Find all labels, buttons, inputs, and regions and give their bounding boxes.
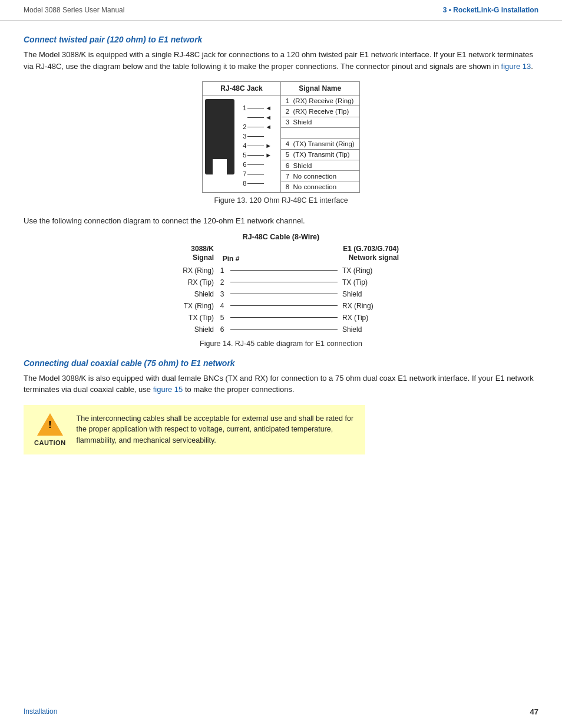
pin-row: 3 bbox=[239, 132, 272, 140]
pin-label: 3 bbox=[239, 133, 246, 140]
pin-row: 5 ► bbox=[239, 151, 272, 159]
pin-line bbox=[247, 136, 264, 137]
cable-pin-num: 5 bbox=[216, 314, 228, 322]
figure15-link[interactable]: figure 15 bbox=[153, 385, 183, 394]
pin-arrow: ◄ bbox=[265, 114, 272, 121]
pin-arrow: ► bbox=[265, 142, 272, 149]
pin-line bbox=[247, 164, 264, 165]
pin-row: 1 ◄ bbox=[239, 104, 272, 112]
cable-rows: RX (Ring) 1 TX (Ring) RX (Tip) 2 TX (Tip… bbox=[163, 265, 399, 335]
header: Model 3088 Series User Manual 3 • Rocket… bbox=[0, 0, 562, 21]
cable-pin-num: 1 bbox=[216, 266, 228, 275]
signal-cell: 4 (TX) Transmit (Ring) bbox=[280, 139, 359, 149]
pin-line bbox=[247, 174, 264, 174]
signal-cell: 6 Shield bbox=[280, 160, 359, 170]
cable-pin-num: 6 bbox=[216, 325, 228, 334]
pin-row: 8 bbox=[239, 179, 272, 187]
pin-row: 6 bbox=[239, 160, 272, 169]
cable-left-signal: RX (Ring) bbox=[163, 266, 216, 275]
cable-diagram-title: RJ-48C Cable (8-Wire) bbox=[163, 233, 399, 241]
pins-area: 1 ◄ ◄ bbox=[239, 99, 272, 189]
header-left: Model 3088 Series User Manual bbox=[24, 6, 124, 14]
section2-body-end: to make the proper connections. bbox=[185, 385, 295, 394]
table-row: 1 ◄ ◄ bbox=[203, 95, 359, 106]
pin-label: 6 bbox=[239, 161, 246, 168]
cable-left-signal: TX (Ring) bbox=[163, 302, 216, 310]
cable-right-signal: TX (Tip) bbox=[340, 278, 399, 286]
cable-line bbox=[230, 294, 338, 294]
section2-title: Connecting dual coaxial cable (75 ohm) t… bbox=[24, 358, 538, 368]
caution-triangle-wrap: ! bbox=[37, 413, 63, 438]
pin-row: 7 bbox=[239, 170, 272, 178]
pin-arrow: ◄ bbox=[265, 123, 272, 130]
section1-body-text: The Model 3088/K is equipped with a sing… bbox=[24, 50, 533, 71]
pinout-table: RJ-48C Jack Signal Name bbox=[202, 81, 359, 193]
pin-line bbox=[247, 183, 264, 184]
pin-row: 2 ◄ bbox=[239, 123, 272, 131]
cable-pin-num: 4 bbox=[216, 302, 228, 310]
pin-label: 8 bbox=[239, 180, 246, 187]
cable-row: Shield 3 Shield bbox=[163, 289, 399, 299]
pin-line bbox=[247, 146, 264, 146]
cable-pin-num: 2 bbox=[216, 278, 228, 286]
footer-right: 47 bbox=[530, 707, 538, 716]
signal-cell: 3 Shield bbox=[280, 117, 359, 127]
cable-line bbox=[230, 329, 338, 330]
cable-right-signal: Shield bbox=[340, 290, 399, 298]
cable-row: RX (Tip) 2 TX (Tip) bbox=[163, 277, 399, 288]
pin-label: 1 bbox=[239, 104, 246, 111]
signal-cell bbox=[280, 127, 359, 138]
cable-header-pin: Pin # bbox=[216, 255, 246, 263]
figure13-link[interactable]: figure 13 bbox=[501, 62, 531, 71]
cable-right-signal: TX (Ring) bbox=[340, 266, 399, 275]
signal-cell: 2 (RX) Receive (Tip) bbox=[280, 106, 359, 117]
cable-line bbox=[230, 270, 338, 271]
cable-pin-num: 3 bbox=[216, 290, 228, 298]
cable-row: TX (Ring) 4 RX (Ring) bbox=[163, 301, 399, 311]
pin-label: 4 bbox=[239, 142, 246, 149]
table-header-signal: Signal Name bbox=[280, 82, 359, 95]
caution-box: ! CAUTION The interconnecting cables sha… bbox=[24, 405, 365, 454]
signal-cell: 5 (TX) Transmit (Tip) bbox=[280, 149, 359, 160]
signal-cell: 8 No connection bbox=[280, 182, 359, 192]
cable-right-signal: RX (Tip) bbox=[340, 314, 399, 322]
cable-right-signal: Shield bbox=[340, 325, 399, 334]
pin-row: ◄ bbox=[239, 113, 272, 121]
figure13-diagram: RJ-48C Jack Signal Name bbox=[24, 81, 538, 193]
signal-cell: 1 (RX) Receive (Ring) bbox=[280, 95, 359, 106]
pin-line bbox=[247, 127, 264, 127]
pin-line bbox=[247, 117, 264, 118]
footer-left: Installation bbox=[24, 707, 57, 716]
table-header-jack: RJ-48C Jack bbox=[203, 82, 280, 95]
cable-left-signal: TX (Tip) bbox=[163, 314, 216, 322]
pin-line bbox=[247, 108, 264, 108]
cable-left-signal: RX (Tip) bbox=[163, 278, 216, 286]
cable-line bbox=[230, 305, 338, 306]
pin-label: 7 bbox=[239, 170, 246, 177]
between-text: Use the following connection diagram to … bbox=[24, 215, 538, 227]
signal-cell: 7 No connection bbox=[280, 171, 359, 182]
page: Model 3088 Series User Manual 3 • Rocket… bbox=[0, 0, 562, 728]
cable-diagram-inner: RJ-48C Cable (8-Wire) 3088/K Signal Pin … bbox=[163, 233, 399, 336]
exclamation-icon: ! bbox=[48, 419, 52, 431]
pin-label: 2 bbox=[239, 123, 246, 130]
cable-header-e1: E1 (G.703/G.704) Network signal bbox=[246, 245, 399, 263]
pin-num-signal: 1 (RX) Receive (Ring) bbox=[286, 97, 354, 104]
cable-headers: 3088/K Signal Pin # E1 (G.703/G.704) Net… bbox=[163, 245, 399, 263]
caution-label: CAUTION bbox=[34, 439, 66, 446]
cable-left-signal: Shield bbox=[163, 290, 216, 298]
pin-arrow: ► bbox=[265, 151, 272, 159]
section1-body-end: . bbox=[531, 62, 533, 71]
pin-label: 5 bbox=[239, 151, 246, 159]
caution-icon-area: ! CAUTION bbox=[34, 413, 66, 446]
section1-title: Connect twisted pair (120 ohm) to E1 net… bbox=[24, 35, 538, 44]
connector-body bbox=[205, 99, 234, 174]
cable-header-signal: 3088/K Signal bbox=[163, 245, 216, 263]
pin-row: 4 ► bbox=[239, 141, 272, 150]
section1-body: The Model 3088/K is equipped with a sing… bbox=[24, 49, 538, 72]
header-right: 3 • RocketLink-G installation bbox=[443, 6, 538, 14]
connector-cell: 1 ◄ ◄ bbox=[203, 95, 280, 193]
pin-arrow: ◄ bbox=[265, 104, 272, 111]
footer: Installation 47 bbox=[0, 707, 562, 716]
section2-body: The Model 3088/K is also equipped with d… bbox=[24, 373, 538, 396]
